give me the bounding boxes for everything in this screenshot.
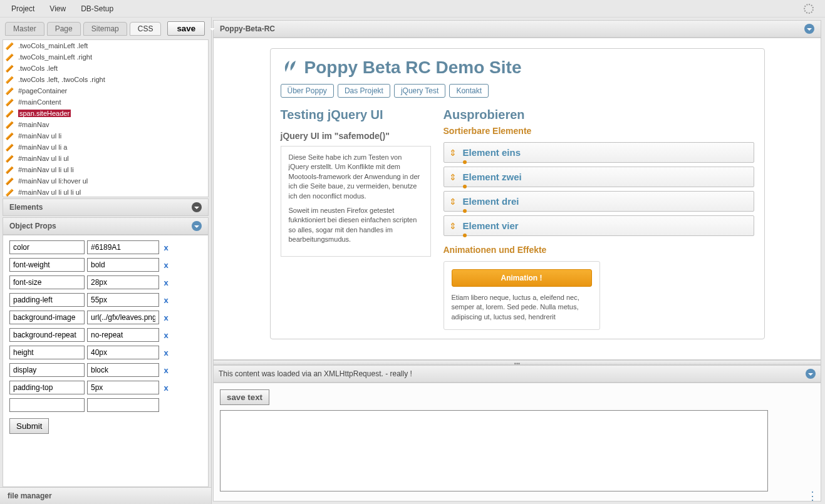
prop-key-input[interactable]: [9, 381, 85, 394]
selector-text: #mainNav ul li ul li ul: [18, 188, 81, 196]
delete-prop-icon[interactable]: x: [162, 366, 170, 375]
css-selector-item[interactable]: #mainNav ul li: [3, 130, 208, 141]
prop-key-input[interactable]: [9, 328, 85, 342]
save-button[interactable]: save: [167, 21, 205, 36]
pencil-icon: [6, 165, 14, 174]
elements-panel-header[interactable]: Elements: [3, 198, 209, 216]
resize-grip-icon[interactable]: ⋮: [807, 493, 817, 498]
menu-project[interactable]: Project: [11, 4, 34, 13]
left-paragraph-1: Diese Seite habe ich zum Testen von jQue…: [289, 153, 423, 201]
preview-pane[interactable]: Poppy Beta RC Demo Site Über PoppyDas Pr…: [213, 38, 821, 360]
property-row: x: [9, 346, 202, 359]
nav-link[interactable]: Das Projekt: [338, 84, 390, 98]
selector-text: .twoCols .left: [18, 64, 58, 72]
prop-key-input[interactable]: [9, 398, 85, 412]
css-selector-item[interactable]: .twoCols_mainLeft .right: [3, 51, 208, 63]
tab-sitemap[interactable]: Sitemap: [83, 22, 127, 36]
css-selector-item[interactable]: #mainNav: [3, 119, 208, 130]
nav-link[interactable]: jQuery Test: [394, 84, 445, 98]
css-selector-item[interactable]: #mainNav ul li:hover ul: [3, 175, 208, 187]
pencil-icon: [6, 75, 14, 84]
pencil-icon: [6, 86, 14, 95]
drag-handle-icon[interactable]: ⇕: [449, 197, 457, 207]
right-col-heading: Ausprobieren: [444, 108, 754, 122]
drag-handle-icon[interactable]: ⇕: [449, 172, 457, 182]
sortable-item[interactable]: ⇕Element zwei: [444, 167, 754, 187]
menubar: Project View DB-Setup: [0, 0, 825, 18]
selector-text: #mainNav ul li a: [18, 143, 67, 151]
selector-text: #mainNav ul li ul: [18, 155, 69, 162]
preview-title: Poppy-Beta-RC: [220, 24, 275, 33]
menu-view[interactable]: View: [49, 4, 66, 13]
prop-value-input[interactable]: [87, 363, 159, 377]
object-props-panel-header[interactable]: Object Props: [3, 217, 209, 235]
nav-link[interactable]: Kontakt: [449, 84, 489, 98]
delete-prop-icon[interactable]: x: [162, 260, 170, 270]
nav-link[interactable]: Über Poppy: [281, 84, 334, 98]
css-selector-list[interactable]: .twoCols_mainLeft .left.twoCols_mainLeft…: [3, 39, 209, 197]
css-selector-item[interactable]: span.siteHeader: [3, 108, 208, 119]
prop-value-input[interactable]: [87, 258, 159, 272]
property-form: xxxxxxxxxSubmit: [3, 235, 209, 487]
delete-prop-icon[interactable]: x: [162, 313, 170, 322]
prop-value-input[interactable]: [87, 275, 159, 289]
prop-value-input[interactable]: [87, 346, 159, 359]
prop-key-input[interactable]: [9, 363, 85, 377]
css-selector-item[interactable]: #pageContainer: [3, 85, 208, 96]
prop-key-input[interactable]: [9, 346, 85, 359]
collapse-preview-icon[interactable]: [804, 24, 814, 34]
status-bar: This content was loaded via an XMLHttpRe…: [213, 365, 821, 383]
tab-master[interactable]: Master: [5, 22, 44, 36]
prop-key-input[interactable]: [9, 240, 85, 254]
drag-handle-icon[interactable]: ⇕: [449, 221, 457, 231]
css-selector-item[interactable]: #mainNav ul li ul li ul: [3, 187, 208, 197]
prop-key-input[interactable]: [9, 293, 85, 307]
delete-prop-icon[interactable]: x: [162, 243, 170, 252]
css-selector-item[interactable]: .twoCols .left, .twoCols .right: [3, 74, 208, 85]
selector-text: #mainNav: [18, 121, 49, 128]
css-selector-item[interactable]: #mainContent: [3, 96, 208, 108]
css-selector-item[interactable]: #mainNav ul li a: [3, 141, 208, 153]
delete-prop-icon[interactable]: x: [162, 331, 170, 340]
animation-button[interactable]: Animation !: [452, 269, 592, 287]
submit-button[interactable]: Submit: [9, 418, 49, 434]
css-selector-item[interactable]: #mainNav ul li ul li: [3, 164, 208, 175]
delete-prop-icon[interactable]: x: [162, 296, 170, 305]
delete-prop-icon[interactable]: x: [162, 383, 170, 393]
drag-handle-icon[interactable]: ⇕: [449, 148, 457, 158]
prop-value-input[interactable]: [87, 398, 159, 412]
sortable-item[interactable]: ⇕Element vier: [444, 215, 754, 236]
site-nav: Über PoppyDas ProjektjQuery TestKontakt: [281, 84, 754, 98]
resize-handle[interactable]: •••: [213, 360, 821, 365]
css-selector-item[interactable]: .twoCols .left: [3, 63, 208, 74]
menu-dbsetup[interactable]: DB-Setup: [81, 4, 113, 13]
css-selector-item[interactable]: #mainNav ul li ul: [3, 153, 208, 164]
edit-dot-icon: [463, 234, 467, 237]
save-text-button[interactable]: save text: [220, 389, 269, 405]
selector-text: .twoCols_mainLeft .right: [18, 53, 92, 61]
delete-prop-icon[interactable]: x: [162, 348, 170, 357]
delete-prop-icon[interactable]: x: [162, 278, 170, 287]
tab-page[interactable]: Page: [47, 22, 81, 36]
file-manager-footer[interactable]: file manager: [0, 487, 211, 504]
prop-value-input[interactable]: [87, 311, 159, 324]
prop-value-input[interactable]: [87, 240, 159, 254]
pencil-icon: [6, 98, 14, 106]
collapse-props-icon[interactable]: [192, 221, 202, 231]
prop-key-input[interactable]: [9, 258, 85, 272]
pencil-icon: [6, 154, 14, 163]
prop-value-input[interactable]: [87, 293, 159, 307]
loading-spinner-icon: [804, 4, 814, 14]
preview-header: Poppy-Beta-RC: [213, 20, 821, 38]
prop-value-input[interactable]: [87, 381, 159, 394]
text-editor[interactable]: [220, 410, 768, 491]
tab-css[interactable]: CSS: [130, 22, 162, 36]
expand-elements-icon[interactable]: [192, 202, 202, 212]
sortable-item[interactable]: ⇕Element drei: [444, 191, 754, 212]
prop-key-input[interactable]: [9, 275, 85, 289]
sortable-item[interactable]: ⇕Element eins: [444, 142, 754, 163]
prop-value-input[interactable]: [87, 328, 159, 342]
collapse-status-icon[interactable]: [806, 369, 816, 379]
css-selector-item[interactable]: .twoCols_mainLeft .left: [3, 40, 208, 51]
prop-key-input[interactable]: [9, 311, 85, 324]
